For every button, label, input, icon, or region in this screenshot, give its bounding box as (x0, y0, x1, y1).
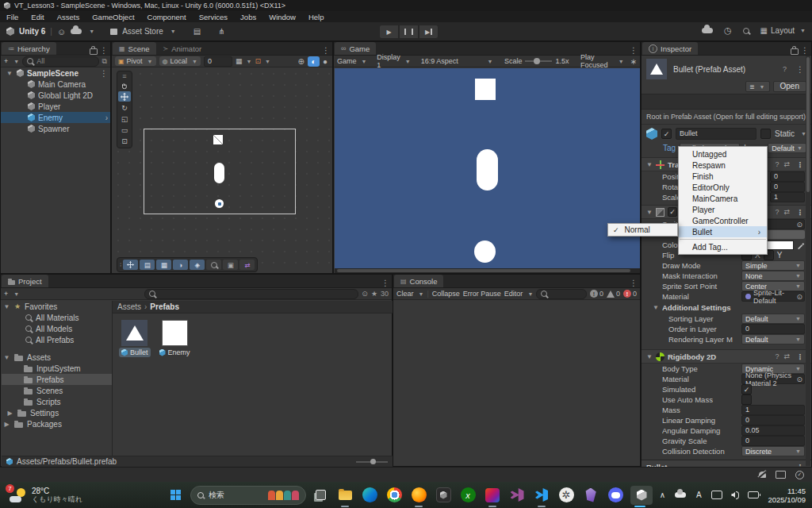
inspector-scrollbar[interactable] (806, 56, 810, 466)
tag-menu-item-editoronly[interactable]: EditorOnly (679, 182, 767, 193)
cloud-sync-icon[interactable] (702, 28, 713, 33)
inspector-lock-icon[interactable] (791, 48, 799, 55)
discord-button[interactable] (606, 486, 625, 505)
kebab-icon[interactable]: ⋮ (794, 160, 806, 169)
position-z-field[interactable]: 0 (770, 171, 805, 182)
player-sprite[interactable] (214, 163, 224, 183)
microsoft365-button[interactable] (483, 486, 502, 505)
scale-slider-thumb[interactable] (534, 58, 540, 64)
object-picker-icon[interactable]: ⊙ (796, 293, 802, 301)
foldout-icon[interactable]: ▼ (6, 70, 13, 77)
tag-menu-item-player[interactable]: Player (679, 204, 767, 215)
angular-damping-field[interactable]: 0.05 (741, 425, 805, 436)
vscode-button[interactable] (532, 486, 551, 505)
error-pause-button[interactable]: Error Pause (463, 290, 501, 298)
overlay-camera-icon[interactable]: ▣ (223, 260, 238, 270)
menu-edit[interactable]: Edit (25, 11, 50, 22)
static-checkbox[interactable] (760, 129, 771, 139)
error-count[interactable]: !0 (623, 290, 637, 298)
pivot-toggle[interactable]: ▣ Pivot▼ (115, 56, 156, 66)
asset-store-button[interactable]: Asset Store (122, 27, 163, 36)
create-asset-caret[interactable]: ▼ (13, 291, 19, 297)
folder-settings[interactable]: ▶Settings (2, 407, 112, 418)
rendering-layer-dropdown[interactable]: Default▼ (741, 334, 805, 344)
game-menu-icon[interactable]: ⋮ (627, 46, 640, 55)
hidden-packages-count[interactable]: 30 (381, 290, 389, 298)
favorite-all-materials[interactable]: All Materials (2, 312, 112, 323)
asset-store-caret[interactable]: ▼ (170, 29, 176, 34)
kebab-icon[interactable]: ⋮ (794, 208, 806, 217)
firefox-button[interactable] (409, 486, 428, 505)
auto-mass-checkbox[interactable] (741, 394, 752, 405)
move-tool-icon[interactable] (118, 91, 131, 102)
tag-menu-item-bullet[interactable]: Bullet › (679, 226, 767, 237)
lock-icon[interactable] (90, 48, 98, 55)
project-search-input[interactable] (144, 289, 358, 299)
menu-window[interactable]: Window (262, 11, 302, 22)
scene-visibility-icon[interactable]: ⧉ (102, 57, 107, 66)
handle-orientation-toggle[interactable]: ◍ Local▼ (159, 56, 201, 66)
tag-menu-item-maincamera[interactable]: MainCamera (679, 193, 767, 204)
volume-icon[interactable] (728, 487, 742, 503)
order-in-layer-field[interactable]: 0 (741, 324, 805, 334)
pause-button[interactable] (399, 25, 419, 39)
presets-icon[interactable]: ⇄ (783, 352, 791, 360)
scene-menu-icon[interactable]: ⋮ (320, 46, 332, 55)
device-simulator-icon[interactable] (776, 471, 786, 479)
unity-editor-button[interactable] (630, 486, 653, 505)
undo-history-icon[interactable]: ◷ (724, 25, 732, 36)
gameobject-name-field[interactable]: Bullet (676, 128, 756, 140)
transform-tool-icon[interactable]: ⊡ (118, 136, 131, 146)
tab-project[interactable]: Project (2, 275, 48, 287)
rb-material-object-field[interactable]: None (Physics Material 2⊙ (741, 374, 805, 384)
linear-damping-field[interactable]: 0 (741, 415, 805, 425)
hierarchy-scene-row[interactable]: ▼ SampleScene ⋮ (1, 67, 110, 79)
kebab-icon[interactable]: ⋮ (794, 352, 806, 361)
console-search-input[interactable] (536, 289, 587, 299)
hand-tool-icon[interactable] (118, 80, 131, 90)
thumbnail-size-slider[interactable] (356, 461, 388, 463)
add-object-button[interactable]: + (4, 57, 8, 65)
step-button[interactable]: ▶ (419, 25, 439, 39)
object-picker-icon[interactable]: ⊙ (796, 375, 802, 383)
game-mode-dropdown[interactable]: Game▼ (337, 57, 366, 65)
layer-dropdown[interactable]: Default▼ (768, 143, 806, 153)
thumbnail-slider-thumb[interactable] (370, 459, 376, 464)
overlay-move-icon[interactable] (123, 260, 138, 270)
menu-file[interactable]: File (0, 11, 25, 22)
breadcrumb-assets[interactable]: Assets (117, 302, 141, 311)
tab-hierarchy[interactable]: ≔ Hierarchy (2, 42, 56, 55)
rigidbody2d-header[interactable]: ▼ Rigidbody 2D ?⇄⋮ (642, 349, 811, 364)
warning-count[interactable]: 0 (607, 290, 620, 298)
snap-increment-toggle[interactable]: ⊡▼ (255, 57, 270, 65)
tag-submenu-item-normal[interactable]: Normal (625, 225, 650, 234)
tray-expand-icon[interactable]: ∧ (655, 487, 669, 503)
menu-assets[interactable]: Assets (51, 11, 86, 22)
add-object-caret[interactable]: ▼ (13, 59, 19, 64)
scene-lighting-toggle-icon[interactable]: ◐ (308, 56, 320, 67)
tag-menu-item-respawn[interactable]: Respawn (679, 160, 767, 171)
tab-game[interactable]: ∞ Game (335, 42, 376, 55)
game-hscrollbar-thumb[interactable] (337, 269, 630, 272)
aspect-dropdown[interactable]: 16:9 Aspect▼ (421, 57, 493, 65)
menu-component[interactable]: Component (141, 11, 193, 22)
folder-inputsystem[interactable]: InputSystem (2, 363, 112, 374)
help-icon[interactable]: ? (774, 352, 779, 360)
search-by-type-icon[interactable]: ⊙ (362, 290, 368, 298)
prefab-overrides-button[interactable]: ≡▼ (745, 81, 770, 92)
taskbar-search[interactable]: 検索 (190, 486, 306, 505)
create-asset-button[interactable]: + (4, 290, 8, 298)
tab-inspector[interactable]: i Inspector (642, 42, 698, 55)
rotate-tool-icon[interactable]: ↻ (118, 102, 131, 113)
play-button[interactable]: ▶ (379, 25, 399, 39)
tag-menu-item-finish[interactable]: Finish (679, 171, 767, 182)
prefab-kebab-icon[interactable]: ⋮ (794, 65, 806, 74)
packages-root[interactable]: ▶ Packages (2, 418, 112, 429)
menu-services[interactable]: Services (193, 11, 234, 22)
foldout-icon[interactable]: ▼ (3, 354, 10, 361)
camera-gizmo-icon[interactable] (215, 199, 224, 208)
foldout-icon[interactable]: ▶ (6, 410, 13, 417)
scene-audio-toggle-icon[interactable]: ● (323, 57, 329, 66)
grid-snap-toggle[interactable]: ▦▼ (236, 57, 251, 65)
tag-menu-item-untagged[interactable]: Untagged (679, 148, 767, 160)
